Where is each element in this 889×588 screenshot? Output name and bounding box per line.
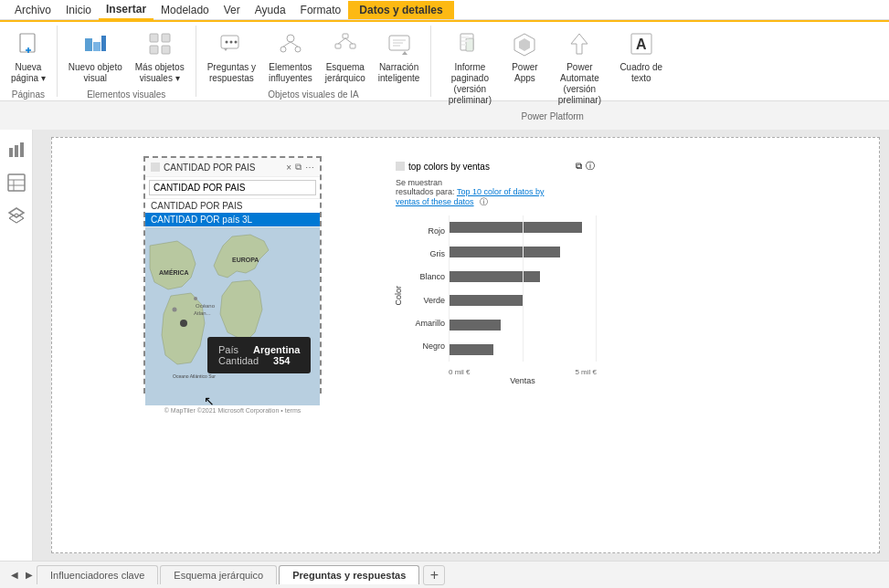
svg-text:A: A — [636, 37, 647, 52]
svg-line-23 — [338, 38, 345, 44]
bar-info-link2[interactable]: ventas of these datos — [396, 197, 474, 206]
map-option-2[interactable]: CANTIDAD POR país 3L — [145, 213, 320, 226]
svg-marker-47 — [9, 214, 24, 223]
btn-narracion[interactable]: Narracióninteligente — [373, 27, 426, 88]
nueva-pagina-label: Nuevapágina ▾ — [11, 62, 46, 84]
btn-preguntas[interactable]: Preguntas yrespuestas — [202, 27, 261, 88]
map-search-area — [145, 177, 320, 199]
mas-objetos-label: Más objetosvisuales ▾ — [135, 62, 185, 84]
map-visual-title: CANTIDAD POR PAIS — [164, 163, 282, 173]
informe-label: Informe paginado(versiónpreliminar) — [442, 62, 497, 106]
svg-line-24 — [345, 38, 353, 44]
tab-nav-next[interactable]: ▶ — [22, 565, 37, 585]
btn-power-automate[interactable]: Power Automate(versiónpreliminar) — [546, 27, 612, 110]
add-tab-button[interactable]: + — [423, 565, 445, 585]
bar-chart-inner: Color Rojo Gris Blanco Verde Amarillo Ne… — [394, 215, 597, 376]
cuadro-texto-label: Cuadro detexto — [619, 62, 662, 84]
narracion-label: Narracióninteligente — [378, 62, 420, 84]
btn-power-apps[interactable]: PowerApps — [504, 27, 545, 88]
map-more-btn[interactable]: ⋯ — [305, 163, 314, 173]
svg-point-16 — [280, 47, 286, 52]
ribbon-buttons-pages: Nuevapágina ▾ — [5, 27, 51, 88]
menu-insertar[interactable]: Insertar — [99, 0, 153, 20]
influyentes-label: Elementosinfluyentes — [269, 62, 312, 84]
svg-marker-14 — [224, 48, 228, 51]
bar-filter-btn[interactable]: ⧉ — [576, 161, 582, 172]
map-search-input[interactable] — [149, 180, 316, 195]
btn-cuadro-texto[interactable]: A Cuadro detexto — [614, 27, 668, 88]
ribbon-group-ai: Preguntas yrespuestas Elementosinfluyent… — [196, 26, 432, 97]
bar-label-negro: Negro — [410, 341, 445, 351]
ribbon-buttons-power: Informe paginado(versiónpreliminar) Powe… — [437, 27, 668, 110]
preguntas-icon — [218, 31, 244, 60]
btn-influyentes[interactable]: Elementosinfluyentes — [263, 27, 318, 88]
bar-row-rojo — [449, 220, 597, 235]
influyentes-icon — [278, 31, 303, 60]
bar-chart-container: Color Rojo Gris Blanco Verde Amarillo Ne… — [390, 212, 600, 385]
informe-icon — [457, 31, 482, 60]
x-label-5: 5 mil € — [575, 368, 597, 376]
bar-info-text: Se muestranresultados para: — [396, 178, 457, 196]
bar-row-negro — [449, 342, 597, 357]
tab-esquema[interactable]: Esquema jerárquico — [160, 565, 277, 584]
svg-rect-48 — [151, 163, 160, 172]
svg-rect-38 — [9, 148, 13, 157]
menu-archivo[interactable]: Archivo — [7, 1, 58, 19]
svg-point-13 — [235, 41, 238, 44]
svg-rect-5 — [101, 36, 106, 51]
map-filter-btn[interactable]: ⧉ — [295, 162, 302, 173]
menu-inicio[interactable]: Inicio — [58, 1, 99, 19]
sidebar-icon-chart[interactable] — [4, 137, 29, 163]
tab-influenciadores[interactable]: Influenciadores clave — [37, 565, 158, 584]
bar-row-amarillo — [449, 318, 597, 332]
btn-mas-objetos[interactable]: Más objetosvisuales ▾ — [130, 27, 190, 88]
svg-point-55 — [180, 320, 187, 327]
bar-label-gris: Gris — [410, 249, 445, 258]
bottom-tabs: ◀ ▶ Influenciadores clave Esquema jerárq… — [0, 561, 889, 588]
svg-rect-0 — [20, 34, 35, 52]
svg-text:EUROPA: EUROPA — [232, 257, 259, 263]
svg-rect-40 — [20, 142, 24, 157]
bar-row-blanco — [449, 269, 597, 284]
mas-objetos-icon — [147, 31, 173, 60]
tab-nav-prev[interactable]: ◀ — [7, 565, 22, 585]
btn-nuevo-objeto[interactable]: Nuevo objetovisual — [63, 27, 128, 88]
map-option-1[interactable]: CANTIDAD POR PAIS — [145, 199, 320, 213]
map-visual[interactable]: CANTIDAD POR PAIS × ⧉ ⋯ CANTIDAD POR PAI… — [143, 156, 322, 394]
menu-ayuda[interactable]: Ayuda — [248, 1, 293, 19]
map-close-btn[interactable]: × — [286, 163, 291, 173]
tooltip-country-value: Argentina — [253, 344, 300, 355]
svg-rect-4 — [93, 42, 101, 51]
svg-point-17 — [295, 47, 301, 52]
svg-rect-6 — [150, 34, 158, 42]
x-label-0: 0 mil € — [449, 368, 471, 376]
menu-datos[interactable]: Datos y detalles — [348, 1, 453, 19]
pages-group-label: Páginas — [12, 88, 45, 100]
menu-ver[interactable]: Ver — [217, 1, 248, 19]
svg-point-57 — [194, 297, 197, 300]
left-sidebar — [0, 130, 33, 561]
menu-modelado[interactable]: Modelado — [153, 1, 217, 19]
bar-info-link1[interactable]: Top 10 color of datos by — [457, 187, 545, 196]
menu-formato[interactable]: Formato — [293, 1, 349, 19]
map-tooltip: País Argentina Cantidad 354 — [207, 337, 311, 373]
canvas-area: CANTIDAD POR PAIS × ⧉ ⋯ CANTIDAD POR PAI… — [51, 137, 880, 553]
ribbon-group-pages: Nuevapágina ▾ Páginas — [0, 26, 58, 97]
btn-esquema[interactable]: Esquemajerárquico — [320, 27, 371, 88]
svg-rect-31 — [461, 37, 469, 38]
btn-informe-paginado[interactable]: Informe paginado(versiónpreliminar) — [437, 27, 503, 110]
sidebar-icon-layers[interactable] — [4, 203, 29, 228]
svg-rect-8 — [150, 46, 158, 54]
btn-nueva-pagina[interactable]: Nuevapágina ▾ — [5, 27, 51, 88]
tab-preguntas[interactable]: Preguntas y respuestas — [279, 565, 419, 584]
nuevo-objeto-icon — [82, 31, 108, 60]
bar-header-icon — [396, 162, 405, 171]
bar-visual: top colors by ventas ⧉ ⓘ Se muestranresu… — [390, 156, 600, 403]
power-apps-label: PowerApps — [512, 62, 537, 84]
cuadro-texto-icon: A — [629, 31, 654, 60]
bar-visual-title: top colors by ventas — [408, 162, 572, 172]
bar-info-btn[interactable]: ⓘ — [586, 160, 595, 173]
sidebar-icon-table[interactable] — [4, 170, 29, 195]
svg-text:Oceano Atlántico Sur: Oceano Atlántico Sur — [173, 373, 216, 379]
bar-label-blanco: Blanco — [410, 272, 445, 281]
